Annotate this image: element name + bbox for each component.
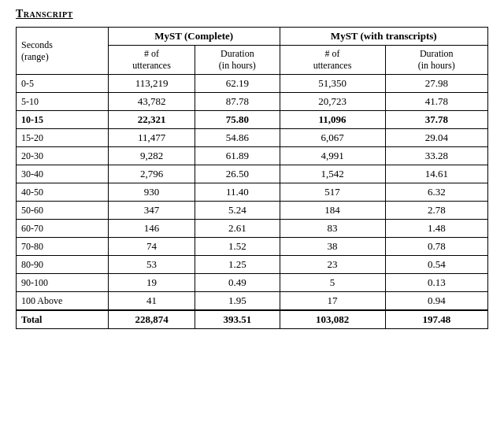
total-c3: 103,082 [280, 310, 385, 329]
total-row: Total 228,874 393.51 103,082 197.48 [17, 310, 488, 329]
page-title: Transcript [16, 8, 488, 20]
table-row: 70-80741.52380.78 [17, 238, 488, 256]
total-c2: 393.51 [195, 310, 280, 329]
table-row: 100 Above411.95170.94 [17, 292, 488, 311]
myst-complete-header: MyST (Complete) [108, 28, 280, 46]
table-row: 0-5113,21962.1951,35027.98 [17, 75, 488, 93]
myst-transcripts-header: MyST (with transcripts) [280, 28, 487, 46]
table-row: 50-603475.241842.78 [17, 202, 488, 220]
transcripts-duration-header: Duration(in hours) [385, 46, 487, 75]
complete-utterances-header: # ofutterances [108, 46, 195, 75]
complete-duration-header: Duration(in hours) [195, 46, 280, 75]
total-c1: 228,874 [108, 310, 195, 329]
table-row: 90-100190.4950.13 [17, 274, 488, 292]
table-row: 80-90531.25230.54 [17, 256, 488, 274]
data-table: Seconds(range) MyST (Complete) MyST (wit… [16, 27, 488, 329]
transcripts-utterances-header: # ofutterances [280, 46, 385, 75]
table-row: 20-309,28261.894,99133.28 [17, 147, 488, 165]
total-label: Total [17, 310, 109, 329]
table-row: 60-701462.61831.48 [17, 220, 488, 238]
table-row: 30-402,79626.501,54214.61 [17, 165, 488, 183]
seconds-range-header: Seconds(range) [17, 28, 109, 75]
table-row: 15-2011,47754.866,06729.04 [17, 129, 488, 147]
total-c4: 197.48 [385, 310, 487, 329]
table-row: 5-1043,78287.7820,72341.78 [17, 93, 488, 111]
table-row: 40-5093011.405176.32 [17, 183, 488, 202]
table-row: 10-1522,32175.8011,09637.78 [17, 111, 488, 129]
